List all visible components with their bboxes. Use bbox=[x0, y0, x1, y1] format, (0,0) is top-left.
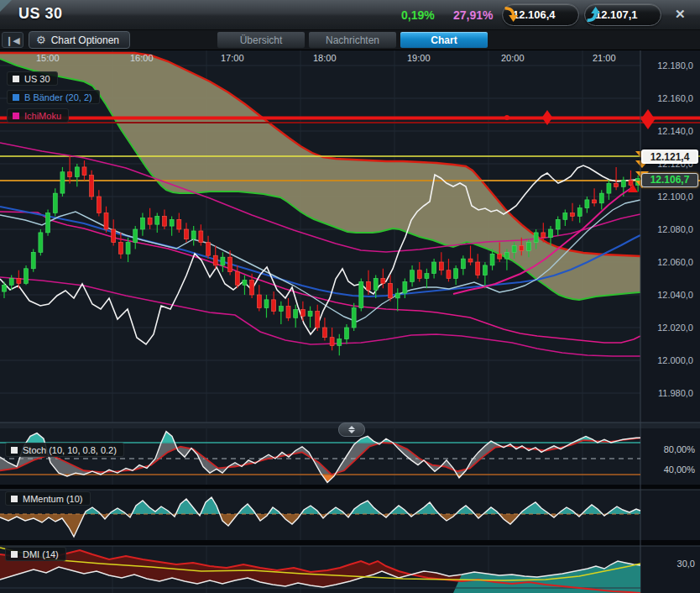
legend-swatch-icon bbox=[13, 113, 19, 119]
main-chart-canvas[interactable] bbox=[0, 50, 700, 593]
percent-change-pink: 27,91% bbox=[453, 8, 493, 22]
buy-price: 12.107,1 bbox=[595, 8, 638, 21]
time-tick: 16:00 bbox=[130, 53, 154, 63]
stoch-swatch-icon bbox=[11, 447, 18, 454]
corner-logo-mark bbox=[0, 0, 12, 12]
alert-price-tag: 12.121,4 bbox=[641, 150, 698, 164]
stoch-upper-level: 80,00% bbox=[645, 444, 695, 454]
buy-up-arrow-icon bbox=[585, 6, 600, 23]
chart-options-label: Chart Optionen bbox=[51, 34, 119, 46]
price-tick: 12.060,0 bbox=[645, 257, 693, 267]
sell-down-arrow-icon bbox=[503, 6, 518, 23]
price-tick: 12.040,0 bbox=[645, 290, 693, 300]
dmi-label[interactable]: DMI (14) bbox=[5, 547, 66, 561]
chart-window: US 30 0,19% 27,91% 12.106,4 12.107,1 ✕ ❙… bbox=[0, 0, 700, 593]
buy-price-button[interactable]: 12.107,1 bbox=[584, 3, 661, 26]
panel-splitter-handle[interactable] bbox=[338, 422, 365, 437]
tab-übersicht[interactable]: Übersicht bbox=[217, 31, 306, 49]
legend-item[interactable]: IchiMoku bbox=[7, 108, 69, 123]
time-tick: 18:00 bbox=[313, 53, 337, 63]
instrument-title: US 30 bbox=[18, 5, 63, 23]
sell-price-button[interactable]: 12.106,4 bbox=[502, 3, 579, 26]
collapse-panel-icon[interactable]: ❙◀ bbox=[2, 32, 24, 48]
price-tick: 12.080,0 bbox=[645, 224, 693, 234]
price-tick: 12.020,0 bbox=[645, 323, 693, 333]
legend-swatch-icon bbox=[13, 76, 19, 82]
price-tick: 12.140,0 bbox=[645, 126, 693, 136]
stoch-lower-level: 40,00% bbox=[645, 464, 695, 475]
price-tick: 12.000,0 bbox=[645, 355, 693, 365]
splitter-up-icon bbox=[348, 426, 355, 429]
percent-change-green: 0,19% bbox=[401, 8, 435, 22]
dmi-level: 30,0 bbox=[645, 559, 695, 569]
sell-price: 12.106,4 bbox=[513, 8, 556, 21]
time-tick: 20:00 bbox=[501, 53, 525, 63]
legend-item[interactable]: US 30 bbox=[7, 71, 58, 86]
tab-chart[interactable]: Chart bbox=[400, 31, 488, 49]
price-tick: 12.160,0 bbox=[645, 93, 693, 103]
legend-swatch-icon bbox=[13, 94, 19, 101]
chart-options-button[interactable]: ⚙Chart Optionen bbox=[29, 31, 130, 49]
dmi-swatch-icon bbox=[11, 551, 18, 558]
current-price-tag: 12.106,7 bbox=[641, 173, 698, 187]
price-tick: 12.180,0 bbox=[645, 60, 693, 71]
price-tick: 12.100,0 bbox=[645, 192, 693, 202]
stoch-label[interactable]: Stoch (10, 10, 0.8, 0.2) bbox=[5, 443, 124, 457]
title-bar: US 30 0,19% 27,91% 12.106,4 12.107,1 ✕ bbox=[0, 0, 700, 30]
time-tick: 15:00 bbox=[36, 53, 60, 63]
momentum-swatch-icon bbox=[11, 496, 18, 502]
time-tick: 17:00 bbox=[221, 53, 244, 63]
splitter-down-icon bbox=[348, 430, 355, 433]
time-tick: 19:00 bbox=[407, 53, 431, 63]
momentum-label[interactable]: MMentum (10) bbox=[5, 491, 91, 506]
tab-nachrichten[interactable]: Nachrichten bbox=[308, 31, 397, 49]
gear-icon: ⚙ bbox=[36, 34, 46, 46]
toolbar: ❙◀ ⚙Chart Optionen ÜbersichtNachrichtenC… bbox=[0, 30, 700, 50]
legend-item[interactable]: B Bänder (20, 2) bbox=[7, 90, 100, 104]
price-tick: 11.980,0 bbox=[645, 388, 693, 398]
time-tick: 21:00 bbox=[593, 53, 616, 63]
close-icon[interactable]: ✕ bbox=[675, 7, 686, 22]
